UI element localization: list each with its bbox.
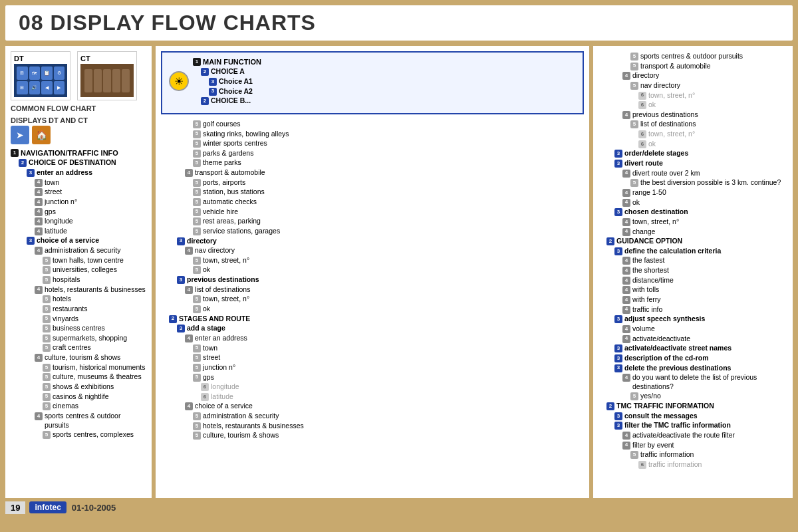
tree-item: 4distance/time [598, 276, 787, 285]
tree-item: 5street [161, 353, 584, 362]
mf-item-5: 2 CHOICE B... [193, 96, 261, 106]
mf-text-1: MAIN FUNCTION [203, 57, 261, 66]
tree-item: 2TMC TRAFFIC INFORMATION [598, 402, 787, 411]
tree-text: GUIDANCE OPTION [616, 237, 682, 246]
tree-text: theme parks [203, 158, 241, 168]
level-badge: 5 [193, 344, 201, 352]
level-badge: 5 [193, 354, 201, 362]
level-badge: 4 [622, 374, 630, 382]
level-badge: 4 [35, 217, 43, 225]
tree-item: 5ok [161, 305, 584, 314]
tree-text: cinemas [53, 402, 78, 411]
tree-text: activate/deactivate the route filter [632, 431, 735, 440]
tree-item: 5sports centres, complexes [11, 430, 146, 440]
tree-text: volume [632, 325, 655, 334]
tree-text: CHOICE OF DESTINATION [29, 158, 116, 168]
tree-text: TMC TRAFFIC INFORMATION [616, 402, 714, 411]
tree-item: 5vehicle hire [161, 207, 584, 217]
tree-text: ok [203, 265, 210, 275]
mf-text-3: Choice A1 [219, 77, 261, 86]
level-badge: 1 [11, 149, 19, 157]
level-badge: 4 [622, 277, 630, 285]
tree-item: 5vinyards [11, 315, 146, 324]
dt-btn-8: ▶ [54, 81, 65, 94]
level-badge: 4 [622, 335, 630, 343]
tree-text: administration & security [45, 246, 120, 255]
tree-text: description of the cd-rom [624, 354, 709, 363]
level-badge: 5 [630, 451, 638, 459]
tree-item: 4latitude [11, 227, 146, 236]
tree-text: tourism, historical monuments [53, 363, 145, 372]
tree-text: sports centres & outdoor pursuits [640, 52, 743, 61]
tree-item: 4nav directory [161, 246, 584, 255]
level-badge: 5 [43, 383, 51, 391]
tree-text: directory [632, 71, 659, 80]
dt-ct-row: DT ⊞ 🗺 📋 ⚙ ⊞ 🔊 ◀ ▶ CT [11, 51, 146, 100]
tree-item: 5winter sports centres [161, 139, 584, 148]
level-badge: 5 [193, 140, 201, 148]
level-badge: 6 [638, 140, 646, 148]
level-badge: 5 [193, 188, 201, 196]
mf-item-4: 3 Choice A2 [193, 87, 261, 96]
tree-item: 4longitude [11, 217, 146, 226]
main-function-content: 1 MAIN FUNCTION 2 CHOICE A 3 Choice A1 3… [193, 57, 261, 106]
level-badge: 5 [193, 257, 201, 265]
tree-item: 5casinos & nightlife [11, 392, 146, 402]
tree-text: sports centres & outdoor pursuits [45, 412, 146, 430]
tree-text: administration & security [203, 412, 279, 421]
tree-item: 4hotels, restaurants & businesses [11, 285, 146, 295]
level-badge: 4 [622, 267, 630, 275]
tree-item: 2GUIDANCE OPTION [598, 237, 787, 246]
tree-text: nav directory [640, 81, 680, 90]
tree-item: 4culture, tourism & shows [11, 353, 146, 362]
tree-text: STAGES AND ROUTE [179, 315, 250, 324]
dt-screen: ⊞ 🗺 📋 ⚙ ⊞ 🔊 ◀ ▶ [14, 64, 67, 97]
ct-btn-1 [84, 69, 92, 92]
tree-item: 5junction n° [161, 363, 584, 372]
right-panel: 5sports centres & outdoor pursuits5trans… [593, 46, 793, 498]
level-badge: 3 [614, 344, 622, 352]
level-badge: 3 [27, 237, 35, 245]
tree-item: 5town halls, town centre [11, 256, 146, 265]
tree-text: service stations, garages [203, 227, 280, 236]
tree-item: 4enter an address [161, 334, 584, 343]
tree-item: 5nav directory [598, 81, 787, 90]
level-badge: 4 [622, 72, 630, 80]
nav-icon-orange: 🏠 [32, 126, 51, 144]
tree-item: 5ok [161, 265, 584, 275]
tree-text: parks & gardens [203, 149, 253, 158]
tree-text: directory [187, 237, 217, 246]
tree-item: 5list of destinations [598, 120, 787, 129]
tree-item: 4the fastest [598, 256, 787, 265]
left-tree: 1NAVIGATION/TRAFFIC INFO2CHOICE OF DESTI… [11, 148, 146, 440]
level-badge: 4 [622, 189, 630, 197]
tree-text: town halls, town centre [53, 256, 124, 265]
tree-item: 5sports centres & outdoor pursuits [598, 52, 787, 61]
middle-panel: ☀ 1 MAIN FUNCTION 2 CHOICE A 3 Choice A1 [156, 46, 589, 498]
tree-item: 3define the calculation criteria [598, 247, 787, 256]
level-badge: 4 [622, 170, 630, 178]
level-badge: 5 [193, 295, 201, 303]
tree-text: yes/no [640, 392, 661, 401]
mf-text-5: CHOICE B... [211, 96, 261, 106]
level-badge: 6 [638, 461, 646, 469]
level-badge: 5 [630, 63, 638, 70]
tree-item: 6traffic information [598, 460, 787, 469]
tree-item: 4street [11, 188, 146, 197]
tree-item: 3order/delete stages [598, 149, 787, 158]
tree-item: 4range 1-50 [598, 188, 787, 198]
tree-item: 5yes/no [598, 392, 787, 401]
level-badge: 3 [177, 237, 185, 245]
tree-item: 5traffic information [598, 450, 787, 460]
tree-item: 5town, street, n° [161, 256, 584, 265]
common-flow-title: COMMON FLOW CHART [11, 104, 146, 112]
tree-text: add a stage [187, 324, 225, 333]
tree-item: 5rest areas, parking [161, 217, 584, 226]
tree-text: ok [648, 100, 656, 110]
level-badge: 5 [43, 402, 51, 410]
level-badge: 5 [43, 276, 51, 284]
tree-text: ok [632, 198, 640, 207]
tree-item: 5supermarkets, shopping [11, 334, 146, 343]
tree-text: previous destinations [187, 275, 259, 285]
tree-item: 5golf courses [161, 120, 584, 129]
